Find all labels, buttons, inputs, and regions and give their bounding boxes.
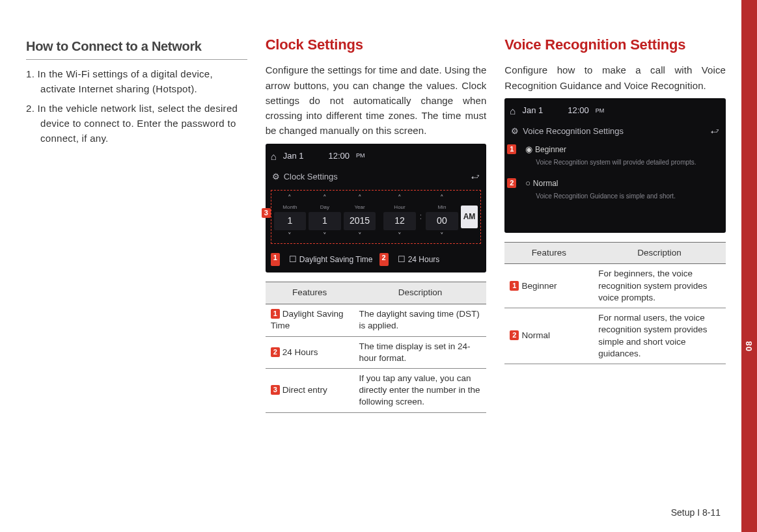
chapter-side-tab: 08 xyxy=(741,0,757,532)
wifi-step: In the Wi-Fi settings of a digital devic… xyxy=(26,66,247,97)
chevron-down-icon[interactable]: ˅ xyxy=(398,231,402,241)
th-features: Features xyxy=(266,282,354,304)
table-row: 2Normal For normal users, the voice reco… xyxy=(504,308,726,364)
chevron-up-icon[interactable]: ˄ xyxy=(398,193,402,203)
screenshot-statusbar: Jan 1 12:00 PM xyxy=(510,102,721,122)
voice-screenshot: Jan 1 12:00 PM Voice Recognition Setting… xyxy=(504,98,726,233)
table-row: 3Direct entry If you tap any value, you … xyxy=(266,369,487,413)
page-footer: Setup I 8-11 xyxy=(671,507,721,518)
clock-screenshot: Jan 1 12:00 PM Clock Settings 3 ˄ Month … xyxy=(266,144,487,273)
status-time-suffix: PM xyxy=(356,152,365,161)
th-description: Description xyxy=(354,282,487,304)
gear-icon xyxy=(272,172,284,181)
column-voice: Voice Recognition Settings Configure how… xyxy=(504,36,726,413)
home-icon xyxy=(510,103,516,118)
back-icon[interactable] xyxy=(471,170,480,183)
chevron-down-icon[interactable]: ˅ xyxy=(323,231,327,241)
clock-body: Configure the settings for time and date… xyxy=(266,62,487,138)
back-icon[interactable] xyxy=(711,125,719,138)
home-icon xyxy=(271,149,277,164)
chevron-up-icon[interactable]: ˄ xyxy=(358,193,362,203)
th-features: Features xyxy=(504,242,593,264)
status-time: 12:00 xyxy=(568,104,589,117)
callout-1: 1 xyxy=(271,253,280,266)
clock-heading: Clock Settings xyxy=(266,36,487,53)
column-wifi: How to Connect to a Network In the Wi-Fi… xyxy=(26,36,247,413)
chevron-up-icon[interactable]: ˄ xyxy=(288,193,292,203)
callout-1: 1 xyxy=(507,144,516,154)
clock-entry-area[interactable]: ˄ Month 1 ˅ ˄ Day 1 ˅ ˄ xyxy=(271,190,482,244)
ampm-toggle[interactable]: AM xyxy=(461,206,478,228)
table-row: 224 Hours The time display is set in 24-… xyxy=(266,336,487,368)
chevron-down-icon[interactable]: ˅ xyxy=(288,231,292,241)
clock-field-min[interactable]: ˄ Min 00 ˅ xyxy=(426,193,458,241)
status-date: Jan 1 xyxy=(283,150,304,163)
clock-field-month[interactable]: ˄ Month 1 ˅ xyxy=(274,193,307,241)
wifi-step: In the vehicle network list, select the … xyxy=(26,101,247,146)
voice-option-normal[interactable]: 2 Normal Voice Recognition Guidance is s… xyxy=(510,174,721,208)
column-clock: Clock Settings Configure the settings fo… xyxy=(266,36,487,413)
status-time: 12:00 xyxy=(329,150,350,163)
radio-off-icon[interactable] xyxy=(525,179,532,188)
voice-features-table: Features Description 1Beginner For begin… xyxy=(504,242,726,364)
voice-body: Configure how to make a call with Voice … xyxy=(504,62,726,93)
gear-icon xyxy=(511,126,523,136)
screenshot-titlebar: Voice Recognition Settings xyxy=(510,122,721,140)
wifi-steps-list: In the Wi-Fi settings of a digital devic… xyxy=(26,66,247,146)
clock-options-row: 1 Daylight Saving Time 2 24 Hours xyxy=(271,249,482,266)
chevron-up-icon[interactable]: ˄ xyxy=(323,193,327,203)
status-time-suffix: PM xyxy=(596,107,605,116)
wifi-subhead: How to Connect to a Network xyxy=(26,36,247,60)
voice-option-beginner[interactable]: 1 Beginner Voice Recognition system will… xyxy=(510,140,721,174)
clock-field-hour[interactable]: ˄ Hour 12 ˅ xyxy=(383,193,416,241)
24h-checkbox[interactable]: 24 Hours xyxy=(398,253,440,266)
screenshot-title: Voice Recognition Settings xyxy=(523,126,624,136)
chevron-down-icon[interactable]: ˅ xyxy=(358,231,362,241)
voice-heading: Voice Recognition Settings xyxy=(504,36,726,53)
callout-2: 2 xyxy=(379,253,389,266)
chapter-number: 08 xyxy=(744,341,754,351)
clock-features-table: Features Description 1Daylight Saving Ti… xyxy=(266,282,487,412)
radio-on-icon[interactable] xyxy=(525,145,535,154)
table-row: 1Daylight Saving Time The daylight savin… xyxy=(266,304,487,336)
callout-2: 2 xyxy=(507,178,516,188)
th-description: Description xyxy=(593,242,726,264)
chevron-down-icon[interactable]: ˅ xyxy=(440,231,444,241)
chevron-up-icon[interactable]: ˄ xyxy=(440,193,444,203)
clock-field-year[interactable]: ˄ Year 2015 ˅ xyxy=(344,193,376,241)
clock-field-day[interactable]: ˄ Day 1 ˅ xyxy=(309,193,341,241)
status-date: Jan 1 xyxy=(522,104,543,117)
screenshot-titlebar: Clock Settings xyxy=(271,168,482,186)
screenshot-statusbar: Jan 1 12:00 PM xyxy=(271,148,482,168)
callout-3: 3 xyxy=(262,208,271,218)
screenshot-title: Clock Settings xyxy=(284,172,338,181)
dst-checkbox[interactable]: Daylight Saving Time xyxy=(289,253,373,266)
table-row: 1Beginner For beginners, the voice recog… xyxy=(504,264,726,308)
